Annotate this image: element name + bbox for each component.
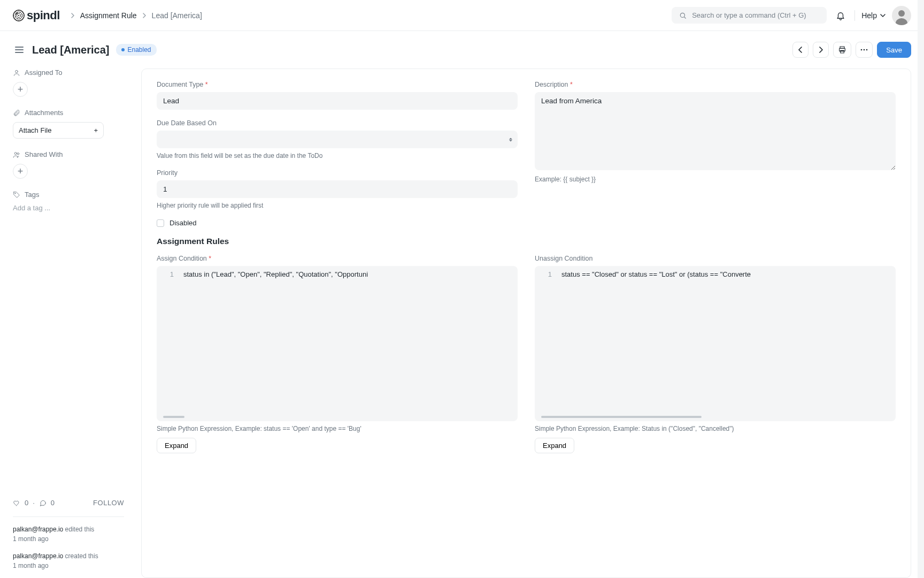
assign-code: status in ("Lead", "Open", "Replied", "Q… — [183, 270, 368, 278]
brand-name: spindl — [27, 9, 60, 22]
unassign-condition-label: Unassign Condition — [535, 255, 896, 262]
priority-input[interactable] — [157, 180, 518, 198]
checkbox-icon — [157, 219, 164, 227]
add-assignee-button[interactable]: + — [13, 82, 28, 97]
doc-scrollbar-track[interactable] — [918, 0, 924, 578]
chevron-right-icon — [71, 11, 75, 20]
status-label: Enabled — [128, 46, 151, 54]
assigned-to-header: Assigned To — [13, 69, 124, 77]
unassign-condition-editor[interactable]: 1status == "Closed" or status == "Lost" … — [535, 266, 896, 421]
assign-condition-editor[interactable]: 1status in ("Lead", "Open", "Replied", "… — [157, 266, 518, 421]
heart-icon[interactable] — [13, 499, 20, 507]
unassign-help: Simple Python Expression, Example: Statu… — [535, 425, 896, 432]
svg-point-8 — [14, 152, 17, 154]
save-button[interactable]: Save — [877, 42, 911, 58]
search-input[interactable]: Search or type a command (Ctrl + G) — [672, 7, 827, 24]
assign-help: Simple Python Expression, Example: statu… — [157, 425, 518, 432]
form-card: Document Type * Due Date Based On Value … — [141, 69, 911, 578]
tags-label: Tags — [25, 191, 39, 199]
tag-input[interactable]: Add a tag ... — [13, 204, 124, 212]
timeline-item: palkan@frappe.io edited this 1 month ago — [13, 524, 124, 544]
description-help: Example: {{ subject }} — [535, 176, 896, 183]
notifications-button[interactable] — [833, 8, 848, 23]
timeline-action: created this — [65, 552, 98, 560]
users-icon — [13, 151, 20, 158]
due-date-label: Due Date Based On — [157, 119, 518, 127]
unassign-expand-button[interactable]: Expand — [535, 438, 574, 453]
due-date-help: Value from this field will be set as the… — [157, 152, 518, 159]
search-icon — [679, 12, 687, 19]
status-dot-icon — [121, 48, 125, 51]
attachments-label: Attachments — [25, 109, 63, 117]
plus-icon: + — [94, 126, 98, 134]
comment-count: 0 — [51, 499, 55, 507]
print-button[interactable] — [833, 42, 851, 58]
description-textarea[interactable] — [535, 92, 896, 170]
attach-file-button[interactable]: Attach File + — [13, 122, 104, 139]
user-icon — [13, 69, 20, 77]
help-menu[interactable]: Help — [861, 11, 886, 20]
svg-rect-3 — [841, 50, 844, 53]
menu-icon — [15, 47, 24, 48]
svg-point-6 — [866, 49, 868, 51]
dot-separator: · — [33, 499, 35, 507]
more-button[interactable] — [856, 42, 873, 58]
comment-icon[interactable] — [39, 499, 47, 507]
next-button[interactable] — [813, 42, 829, 58]
avatar[interactable] — [892, 6, 911, 25]
due-date-select[interactable] — [157, 131, 518, 148]
scrollbar-thumb[interactable] — [163, 416, 184, 418]
breadcrumb-current: Lead [America] — [152, 11, 202, 20]
assigned-to-label: Assigned To — [25, 69, 63, 77]
printer-icon — [838, 45, 846, 54]
doc-type-input[interactable] — [157, 92, 518, 110]
breadcrumb: Assignment Rule Lead [America] — [71, 11, 202, 20]
shared-with-header: Shared With — [13, 150, 124, 158]
chevron-down-icon — [880, 14, 886, 17]
page-title: Lead [America] — [32, 44, 110, 56]
dots-icon — [860, 49, 868, 51]
timeline-item: palkan@frappe.io created this 1 month ag… — [13, 551, 124, 571]
prev-button[interactable] — [792, 42, 808, 58]
chevron-right-icon — [819, 47, 823, 53]
attach-file-label: Attach File — [19, 126, 51, 134]
svg-point-9 — [17, 153, 19, 155]
divider — [854, 10, 855, 21]
svg-point-10 — [15, 193, 16, 193]
chevron-right-icon — [142, 11, 147, 20]
tags-header: Tags — [13, 191, 124, 199]
divider — [13, 516, 124, 517]
form-sidebar: Assigned To + Attachments Attach File + … — [13, 69, 124, 578]
tag-icon — [13, 191, 20, 199]
assignment-rules-heading: Assignment Rules — [157, 237, 896, 246]
follow-button[interactable]: FOLLOW — [93, 499, 124, 507]
status-badge[interactable]: Enabled — [116, 44, 157, 56]
assign-expand-button[interactable]: Expand — [157, 438, 196, 453]
like-count: 0 — [25, 499, 28, 507]
timeline-user: palkan@frappe.io — [13, 526, 63, 533]
breadcrumb-parent[interactable]: Assignment Rule — [80, 11, 137, 20]
timeline-time: 1 month ago — [13, 562, 49, 569]
social-bar: 0 · 0 FOLLOW — [13, 499, 124, 507]
svg-point-5 — [864, 49, 865, 51]
attachments-header: Attachments — [13, 109, 124, 117]
add-share-button[interactable]: + — [13, 164, 28, 179]
shared-with-label: Shared With — [25, 150, 63, 158]
priority-label: Priority — [157, 169, 518, 177]
svg-point-7 — [16, 70, 18, 73]
logo[interactable]: spindl — [13, 9, 60, 22]
disabled-checkbox[interactable]: Disabled — [157, 219, 518, 227]
chevron-left-icon — [798, 47, 803, 53]
priority-help: Higher priority rule will be applied fir… — [157, 202, 518, 209]
timeline-action: edited this — [65, 526, 95, 533]
page-head: Lead [America] Enabled Save — [13, 42, 911, 58]
logo-icon — [13, 10, 25, 21]
timeline-user: palkan@frappe.io — [13, 552, 63, 560]
doc-type-label: Document Type * — [157, 81, 518, 88]
navbar: spindl Assignment Rule Lead [America] Se… — [0, 0, 924, 31]
timeline-time: 1 month ago — [13, 535, 49, 543]
help-label: Help — [861, 11, 877, 20]
scrollbar-thumb[interactable] — [541, 416, 702, 418]
svg-point-4 — [861, 49, 863, 51]
sidebar-toggle[interactable] — [13, 44, 26, 55]
